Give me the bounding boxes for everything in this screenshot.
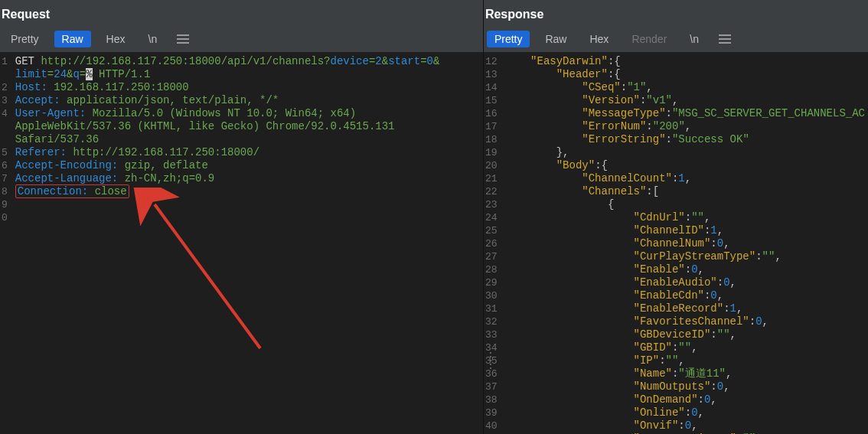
request-code[interactable]: 1 2 3 4 5 6 7 8 9 0 GET http://192.168.1… bbox=[0, 52, 483, 434]
highlighted-header: Connection: close bbox=[15, 184, 129, 198]
response-menu-icon[interactable] bbox=[714, 31, 736, 47]
panel-splitter[interactable] bbox=[488, 0, 492, 434]
request-menu-icon[interactable] bbox=[172, 31, 194, 47]
request-toolbar: Pretty Raw Hex \n bbox=[0, 28, 483, 52]
tab-pretty[interactable]: Pretty bbox=[3, 31, 47, 47]
request-gutter: 1 2 3 4 5 6 7 8 9 0 bbox=[0, 52, 11, 434]
tab-newline[interactable]: \n bbox=[141, 31, 165, 47]
tab-raw[interactable]: Raw bbox=[54, 31, 91, 47]
response-panel: Response Pretty Raw Hex Render \n 121314… bbox=[484, 0, 868, 434]
response-code[interactable]: 1213141516171819202122232425262728293031… bbox=[484, 52, 868, 434]
tab-newline-resp[interactable]: \n bbox=[682, 31, 706, 47]
request-title: Request bbox=[0, 0, 483, 28]
tab-pretty-resp[interactable]: Pretty bbox=[487, 31, 530, 47]
tab-render-resp[interactable]: Render bbox=[624, 31, 674, 47]
request-body: GET http://192.168.117.250:18000/api/v1/… bbox=[11, 52, 443, 434]
response-toolbar: Pretty Raw Hex Render \n bbox=[484, 28, 868, 52]
tab-raw-resp[interactable]: Raw bbox=[537, 31, 574, 47]
tab-hex-resp[interactable]: Hex bbox=[582, 31, 616, 47]
request-panel: Request Pretty Raw Hex \n 1 2 3 4 5 6 7 … bbox=[0, 0, 484, 434]
tab-hex[interactable]: Hex bbox=[99, 31, 133, 47]
response-body: "EasyDarwin":{ "Header":{ "CSeq":"1", "V… bbox=[500, 52, 868, 434]
response-title: Response bbox=[484, 0, 868, 28]
